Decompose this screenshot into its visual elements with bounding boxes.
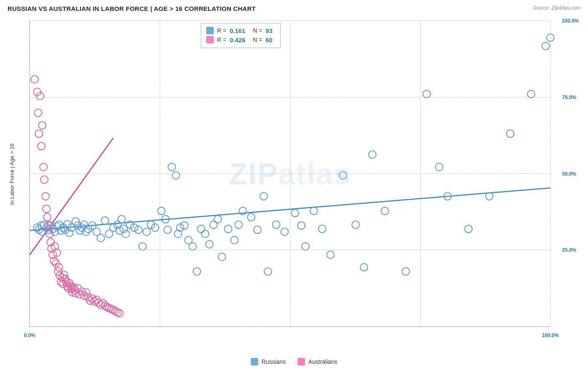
svg-point-44 [151, 224, 159, 231]
svg-point-75 [310, 207, 317, 215]
chart-container: RUSSIAN VS AUSTRALIAN IN LABOR FORCE | A… [0, 0, 588, 373]
svg-point-97 [36, 92, 44, 100]
legend-info-box: R = 0.161 N = 93 R = 0.426 N = 60 [201, 23, 281, 48]
svg-point-93 [31, 76, 38, 83]
svg-point-60 [214, 215, 222, 223]
svg-point-41 [139, 243, 146, 250]
svg-point-81 [368, 151, 376, 158]
svg-point-68 [260, 192, 268, 200]
svg-point-76 [318, 225, 326, 232]
svg-point-61 [218, 253, 226, 261]
svg-point-82 [381, 207, 389, 215]
svg-point-52 [181, 222, 188, 229]
svg-point-58 [206, 240, 213, 248]
svg-point-98 [38, 143, 45, 150]
svg-point-96 [35, 130, 43, 138]
svg-point-89 [506, 130, 514, 138]
svg-point-99 [38, 122, 46, 129]
svg-point-42 [143, 228, 151, 235]
svg-point-102 [42, 192, 49, 200]
pink-n-label: N = [253, 36, 262, 43]
australians-legend-label: Australians [308, 358, 337, 365]
svg-point-78 [339, 172, 347, 179]
chart-area: 100.0% 75.0% 50.0% 25.0% 0.0% 100.0% ZIP… [29, 21, 550, 327]
pink-n-value: 60 [266, 36, 273, 43]
australians-legend-item: Australians [297, 358, 337, 365]
svg-point-95 [34, 109, 42, 117]
svg-point-104 [43, 213, 51, 221]
blue-legend-box [206, 27, 214, 34]
blue-r-value: 0.161 [230, 27, 245, 34]
svg-point-90 [527, 90, 535, 98]
svg-point-51 [176, 224, 184, 231]
svg-point-84 [423, 90, 430, 98]
source-label: Source: ZipAtlas.com [533, 5, 580, 11]
svg-point-100 [40, 164, 47, 171]
svg-point-40 [135, 226, 142, 233]
svg-point-83 [402, 268, 409, 275]
svg-point-94 [33, 88, 41, 96]
svg-point-112 [52, 259, 60, 267]
svg-point-69 [264, 268, 272, 275]
y-label-50: 50.0% [562, 171, 576, 177]
scatter-plot [30, 21, 550, 327]
svg-point-77 [327, 251, 334, 258]
blue-r-label: R = [217, 27, 226, 34]
svg-point-48 [168, 164, 176, 171]
y-label-75: 75.0% [562, 95, 576, 100]
pink-r-value: 0.426 [230, 36, 245, 43]
y-axis-title: In Labor Force | Age > 16 [9, 120, 15, 228]
svg-point-45 [158, 207, 165, 215]
russians-legend-label: Russians [262, 358, 286, 365]
svg-point-79 [352, 221, 359, 228]
svg-point-57 [202, 230, 209, 238]
x-label-100: 100.0% [542, 332, 559, 338]
svg-point-56 [197, 225, 205, 232]
svg-point-101 [41, 176, 48, 183]
svg-point-39 [130, 224, 138, 231]
svg-point-49 [172, 172, 180, 179]
russians-legend-item: Russians [251, 358, 286, 365]
svg-point-74 [302, 243, 309, 250]
svg-point-47 [164, 226, 171, 233]
chart-title: RUSSIAN VS AUSTRALIAN IN LABOR FORCE | A… [8, 5, 256, 12]
svg-point-66 [248, 213, 255, 221]
russians-legend-box [251, 358, 258, 365]
svg-point-87 [465, 225, 472, 232]
svg-point-113 [53, 249, 61, 256]
svg-point-103 [43, 205, 50, 212]
svg-point-20 [72, 217, 79, 225]
svg-point-73 [297, 222, 305, 229]
svg-point-37 [122, 230, 130, 238]
svg-point-91 [542, 42, 550, 50]
svg-point-29 [97, 234, 105, 242]
blue-n-label: N = [253, 27, 262, 34]
svg-point-85 [435, 164, 443, 171]
y-label-100: 100.0% [562, 18, 579, 24]
svg-point-30 [101, 217, 109, 224]
svg-line-0 [30, 188, 550, 230]
y-label-25: 25.0% [562, 247, 576, 253]
svg-point-70 [273, 221, 280, 228]
svg-point-67 [254, 226, 261, 233]
pink-legend-box [206, 36, 214, 43]
svg-point-62 [225, 225, 232, 232]
svg-point-63 [231, 236, 238, 244]
svg-point-43 [147, 221, 155, 228]
svg-point-59 [210, 221, 217, 228]
svg-point-54 [189, 243, 197, 250]
svg-point-88 [486, 192, 493, 200]
svg-point-55 [193, 268, 201, 275]
blue-n-value: 93 [266, 27, 273, 34]
svg-point-71 [281, 228, 289, 235]
australians-legend-box [297, 358, 305, 365]
svg-point-64 [235, 221, 243, 228]
svg-point-80 [360, 263, 368, 271]
svg-point-35 [118, 215, 125, 223]
svg-point-115 [55, 263, 63, 271]
svg-point-72 [291, 209, 299, 217]
chart-legend: Russians Australians [251, 358, 337, 365]
x-label-0: 0.0% [24, 332, 35, 338]
pink-r-label: R = [217, 36, 226, 43]
